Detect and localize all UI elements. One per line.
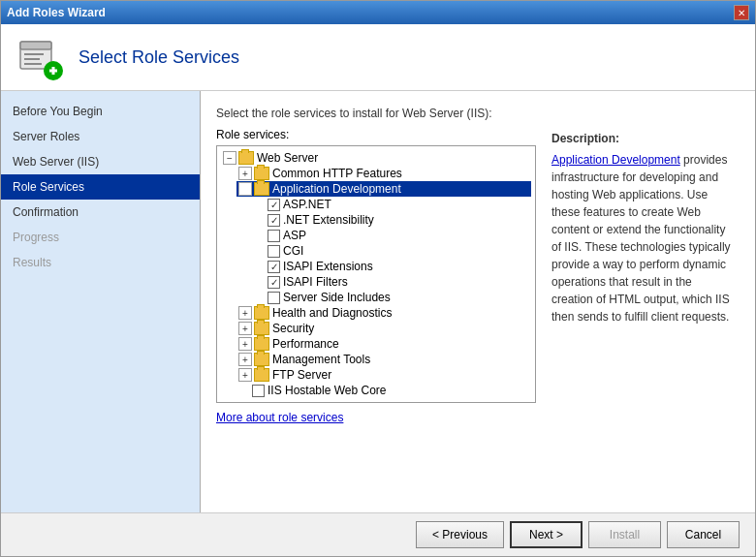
tree-label-performance: Performance (272, 337, 339, 351)
title-bar-left: Add Roles Wizard (7, 6, 106, 19)
checkbox-ssi[interactable] (268, 292, 280, 304)
sidebar-item-confirmation[interactable]: Confirmation (1, 200, 200, 225)
expand-web-server[interactable]: − (223, 151, 236, 165)
next-button[interactable]: Next > (510, 521, 583, 548)
folder-icon-common-http (254, 167, 269, 180)
sidebar-item-role-services[interactable]: Role Services (1, 174, 200, 200)
tree-label-health: Health and Diagnostics (272, 306, 392, 320)
tree-label-cgi: CGI (283, 244, 303, 258)
svg-rect-4 (24, 63, 42, 65)
tree-item-cgi[interactable]: CGI (252, 243, 531, 259)
checkbox-cgi[interactable] (268, 245, 280, 258)
sidebar-item-results: Results (1, 250, 200, 275)
folder-icon-ftp (254, 368, 269, 382)
sidebar-item-web-server[interactable]: Web Server (IIS) (1, 149, 200, 174)
content-area: Select the role services to install for … (201, 91, 755, 512)
main-content: Before You Begin Server Roles Web Server… (1, 91, 755, 512)
tree-item-common-http[interactable]: + Common HTTP Features (236, 166, 531, 181)
expand-ftp[interactable]: + (238, 368, 252, 382)
wizard-icon (16, 34, 63, 80)
tree-item-iis-core[interactable]: IIS Hostable Web Core (236, 383, 531, 398)
tree-item-performance[interactable]: + Performance (236, 336, 531, 352)
checkbox-aspnet[interactable]: ✓ (268, 199, 280, 211)
checkbox-asp[interactable] (268, 230, 280, 242)
svg-rect-7 (52, 67, 55, 75)
checkbox-isapi-filt[interactable]: ✓ (268, 276, 280, 289)
close-button[interactable]: ✕ (734, 5, 749, 20)
tree-item-aspnet[interactable]: ✓ ASP.NET (252, 197, 531, 212)
page-title: Select Role Services (79, 47, 239, 68)
role-services-tree[interactable]: − Web Server + Common HTTP Features (216, 145, 536, 403)
folder-icon-mgmt-tools (254, 353, 269, 366)
description-link[interactable]: Application Development (551, 153, 680, 167)
tree-label-mgmt-tools: Management Tools (272, 353, 370, 366)
tree-item-ssi[interactable]: Server Side Includes (252, 290, 531, 305)
tree-item-security[interactable]: + Security (236, 321, 531, 336)
sidebar-item-progress: Progress (1, 225, 200, 250)
cancel-button[interactable]: Cancel (667, 521, 740, 548)
description-body: provides infrastructure for developing a… (551, 153, 731, 324)
previous-button[interactable]: < Previous (416, 521, 504, 548)
description-panel: Description: Application Development pro… (548, 128, 740, 497)
expand-health[interactable]: + (238, 306, 252, 320)
install-button[interactable]: Install (588, 521, 661, 548)
content-body: Role services: − Web Server + Common H (216, 128, 740, 497)
folder-icon-health (254, 306, 269, 320)
tree-item-health[interactable]: + Health and Diagnostics (236, 305, 531, 321)
tree-item-isapi-ext[interactable]: ✓ ISAPI Extensions (252, 259, 531, 274)
tree-label-aspnet: ASP.NET (283, 198, 331, 211)
folder-icon-performance (254, 337, 269, 351)
window-title: Add Roles Wizard (7, 6, 106, 19)
title-bar: Add Roles Wizard ✕ (1, 1, 755, 24)
folder-icon-web-server (238, 151, 254, 165)
checkbox-net-ext[interactable]: ✓ (268, 214, 280, 227)
tree-item-net-ext[interactable]: ✓ .NET Extensibility (252, 212, 531, 228)
description-text: Application Development provides infrast… (551, 151, 736, 325)
tree-label-ftp: FTP Server (272, 368, 331, 382)
svg-rect-3 (24, 58, 40, 60)
tree-label-web-server: Web Server (257, 151, 318, 165)
checkbox-iis-core[interactable] (252, 385, 265, 397)
tree-item-asp[interactable]: ASP (252, 228, 531, 243)
folder-icon-app-dev (254, 182, 269, 196)
tree-label-isapi-ext: ISAPI Extensions (283, 260, 373, 273)
tree-item-mgmt-tools[interactable]: + Management Tools (236, 352, 531, 367)
content-subtitle: Select the role services to install for … (216, 107, 740, 120)
expand-mgmt-tools[interactable]: + (238, 353, 252, 366)
tree-item-app-dev[interactable]: − Application Development (236, 181, 531, 197)
svg-rect-2 (24, 53, 44, 55)
checkbox-isapi-ext[interactable]: ✓ (268, 261, 280, 273)
footer: < Previous Next > Install Cancel (1, 512, 755, 556)
expand-common-http[interactable]: + (238, 167, 252, 180)
tree-label-isapi-filt: ISAPI Filters (283, 275, 348, 289)
tree-label-net-ext: .NET Extensibility (283, 213, 374, 227)
header-area: Select Role Services (1, 24, 755, 91)
sidebar-item-before-you-begin[interactable]: Before You Begin (1, 99, 200, 124)
expand-app-dev[interactable]: − (238, 182, 252, 196)
role-services-label: Role services: (216, 128, 536, 141)
tree-item-isapi-filt[interactable]: ✓ ISAPI Filters (252, 274, 531, 290)
link-area: More about role services (216, 411, 536, 424)
expand-performance[interactable]: + (238, 337, 252, 351)
tree-item-web-server[interactable]: − Web Server (221, 150, 531, 166)
expand-security[interactable]: + (238, 322, 252, 335)
folder-icon-security (254, 322, 269, 335)
tree-label-app-dev: Application Development (272, 182, 401, 196)
more-about-link[interactable]: More about role services (216, 411, 343, 424)
tree-label-security: Security (272, 322, 314, 335)
wizard-window: Add Roles Wizard ✕ Select Role Services (0, 0, 756, 557)
description-title: Description: (551, 132, 736, 145)
tree-label-common-http: Common HTTP Features (272, 167, 402, 180)
tree-label-asp: ASP (283, 229, 306, 242)
tree-label-iis-core: IIS Hostable Web Core (268, 384, 387, 397)
sidebar: Before You Begin Server Roles Web Server… (1, 91, 201, 512)
tree-label-ssi: Server Side Includes (283, 291, 391, 304)
sidebar-item-server-roles[interactable]: Server Roles (1, 124, 200, 149)
tree-item-ftp[interactable]: + FTP Server (236, 367, 531, 383)
svg-rect-1 (20, 42, 51, 49)
